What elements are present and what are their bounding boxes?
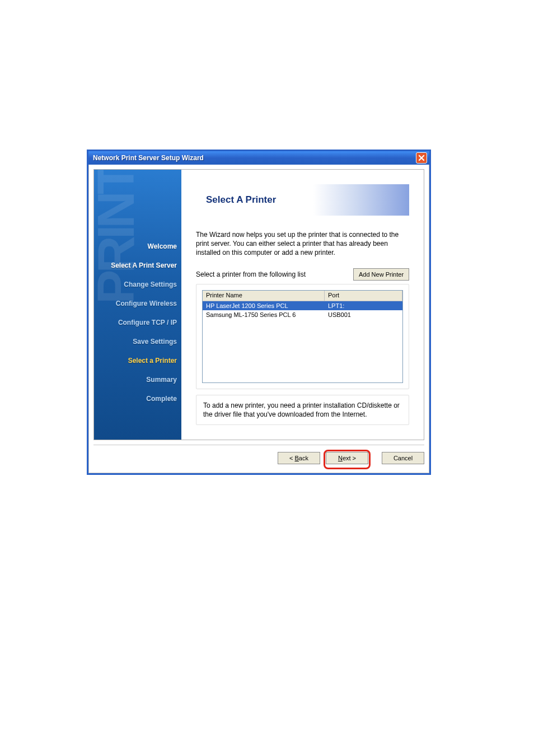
add-new-printer-button[interactable]: Add New Printer (353, 268, 409, 281)
wizard-footer: < Back Next > Cancel (93, 445, 424, 467)
printer-port-cell: LPT1: (325, 302, 402, 309)
next-button-highlight: Next > (324, 450, 371, 469)
main-panel: Select A Printer The Wizard now helps yo… (181, 170, 424, 440)
window-title: Network Print Server Setup Wizard (93, 154, 204, 162)
hint-text: To add a new printer, you need a printer… (196, 395, 409, 425)
sidebar-step-8: Complete (99, 389, 177, 408)
sidebar-step-2: Change Settings (99, 275, 177, 294)
close-icon (418, 155, 425, 161)
back-button[interactable]: < Back (278, 452, 320, 464)
sidebar-step-6: Select a Printer (99, 351, 177, 370)
cancel-button[interactable]: Cancel (382, 452, 424, 464)
sidebar: PRINT WelcomeSelect A Print ServerChange… (94, 170, 181, 440)
printer-row[interactable]: Samsung ML-1750 Series PCL 6USB001 (203, 310, 402, 319)
client-area: PRINT WelcomeSelect A Print ServerChange… (88, 165, 429, 473)
header-band: Select A Printer (196, 184, 409, 216)
sidebar-steps: WelcomeSelect A Print ServerChange Setti… (99, 237, 177, 408)
printer-port-cell: USB001 (325, 311, 402, 318)
page-title: Select A Printer (206, 194, 276, 206)
close-button[interactable] (416, 152, 427, 164)
intro-text: The Wizard now helps you set up the prin… (196, 230, 409, 257)
sidebar-step-7: Summary (99, 370, 177, 389)
content-panel: PRINT WelcomeSelect A Print ServerChange… (93, 169, 424, 440)
column-printer-name[interactable]: Printer Name (203, 291, 325, 301)
wizard-window: Network Print Server Setup Wizard PRINT … (87, 150, 431, 475)
sidebar-step-4: Configure TCP / IP (99, 313, 177, 332)
sidebar-step-1: Select A Print Server (99, 256, 177, 275)
printer-listbox[interactable]: Printer Name Port HP LaserJet 1200 Serie… (202, 290, 403, 383)
list-header: Printer Name Port (203, 291, 402, 301)
column-port[interactable]: Port (325, 291, 402, 301)
sidebar-step-0: Welcome (99, 237, 177, 256)
printer-name-cell: HP LaserJet 1200 Series PCL (203, 302, 325, 309)
sidebar-step-3: Configure Wireless (99, 294, 177, 313)
titlebar: Network Print Server Setup Wizard (88, 151, 429, 165)
printer-row[interactable]: HP LaserJet 1200 Series PCLLPT1: (203, 301, 402, 310)
printer-list-group: Printer Name Port HP LaserJet 1200 Serie… (196, 284, 409, 389)
printer-name-cell: Samsung ML-1750 Series PCL 6 (203, 311, 325, 318)
sidebar-step-5: Save Settings (99, 332, 177, 351)
list-prompt: Select a printer from the following list (196, 270, 306, 278)
next-button[interactable]: Next > (326, 452, 368, 464)
